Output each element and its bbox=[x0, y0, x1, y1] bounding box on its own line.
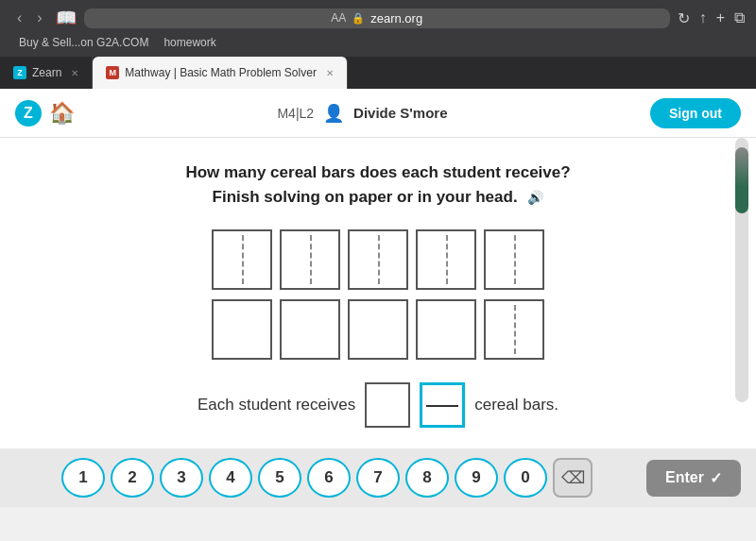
cereal-bar-bottom-2 bbox=[280, 299, 340, 360]
cereal-bar-top-1 bbox=[212, 229, 272, 290]
lesson-code: M4|L2 bbox=[277, 106, 314, 121]
enter-button[interactable]: Enter ✓ bbox=[646, 460, 741, 497]
cereal-bar-top-4 bbox=[416, 229, 476, 290]
bookmark-g2a[interactable]: Buy & Sell...on G2A.COM bbox=[19, 36, 148, 49]
answer-row: Each student receives cereal bars. bbox=[198, 382, 558, 428]
tab-zearn[interactable]: Z Zearn ✕ bbox=[0, 57, 93, 89]
answer-box-whole[interactable] bbox=[365, 382, 410, 428]
num-btn-6[interactable]: 6 bbox=[307, 458, 351, 498]
app-header: Z 🏠 M4|L2 👤 Divide S'more Sign out bbox=[0, 89, 756, 138]
number-pad: 1 2 3 4 5 6 7 8 9 0 ⌫ Enter ✓ bbox=[0, 448, 756, 507]
bars-container bbox=[212, 229, 544, 360]
question-line2: Finish solving on paper or in your head.… bbox=[185, 185, 570, 210]
enter-check-icon: ✓ bbox=[710, 469, 722, 487]
scrollbar-thumb[interactable] bbox=[735, 147, 748, 213]
person-icon: 👤 bbox=[323, 103, 344, 124]
answer-prefix: Each student receives bbox=[198, 396, 355, 414]
backspace-button[interactable]: ⌫ bbox=[553, 458, 593, 498]
address-bar[interactable]: AA 🔒 zearn.org bbox=[84, 8, 670, 28]
zearn-logo: Z 🏠 bbox=[15, 100, 75, 127]
num-btn-2[interactable]: 2 bbox=[111, 458, 154, 498]
lock-icon: 🔒 bbox=[352, 12, 365, 25]
answer-box-fraction[interactable] bbox=[420, 382, 465, 428]
tabs-bar: Z Zearn ✕ M Mathway | Basic Math Problem… bbox=[0, 57, 756, 89]
num-buttons-container: 1 2 3 4 5 6 7 8 9 0 ⌫ bbox=[15, 458, 639, 498]
reload-button[interactable]: ↻ bbox=[678, 9, 690, 27]
cereal-bar-top-2 bbox=[280, 229, 340, 290]
num-btn-9[interactable]: 9 bbox=[455, 458, 498, 498]
tab-mathway-label: Mathway | Basic Math Problem Solver bbox=[125, 66, 317, 79]
zearn-favicon: Z bbox=[13, 66, 26, 79]
bottom-bar-row bbox=[212, 299, 544, 360]
cereal-bar-top-5 bbox=[484, 229, 544, 290]
sign-out-button[interactable]: Sign out bbox=[650, 98, 741, 128]
cereal-bar-top-3 bbox=[348, 229, 408, 290]
bookmarks-icon[interactable]: 📖 bbox=[56, 8, 77, 28]
browser-chrome: ‹ › 📖 AA 🔒 zearn.org ↻ ↑ + ⧉ Buy & Sell.… bbox=[0, 0, 756, 57]
address-aa: AA bbox=[331, 11, 346, 25]
enter-label: Enter bbox=[665, 469, 704, 486]
cereal-bar-bottom-5 bbox=[484, 299, 544, 360]
num-btn-0[interactable]: 0 bbox=[504, 458, 547, 498]
tab-mathway-close[interactable]: ✕ bbox=[326, 68, 334, 78]
cereal-bar-bottom-1 bbox=[212, 299, 272, 360]
num-btn-8[interactable]: 8 bbox=[405, 458, 449, 498]
num-btn-5[interactable]: 5 bbox=[258, 458, 301, 498]
lesson-title: Divide S'more bbox=[353, 105, 447, 121]
mathway-favicon: M bbox=[106, 66, 119, 79]
header-center: M4|L2 👤 Divide S'more bbox=[75, 103, 650, 124]
tab-zearn-close[interactable]: ✕ bbox=[71, 68, 78, 78]
tabs-button[interactable]: ⧉ bbox=[734, 9, 745, 26]
main-content: How many cereal bars does each student r… bbox=[0, 138, 756, 448]
bookmark-homework[interactable]: homework bbox=[163, 36, 215, 49]
cereal-bar-bottom-3 bbox=[348, 299, 408, 360]
back-button[interactable]: ‹ bbox=[11, 8, 27, 28]
top-bar-row bbox=[212, 229, 544, 290]
share-button[interactable]: ↑ bbox=[699, 9, 707, 26]
num-btn-7[interactable]: 7 bbox=[356, 458, 400, 498]
tab-mathway[interactable]: M Mathway | Basic Math Problem Solver ✕ bbox=[93, 57, 348, 89]
question-text: How many cereal bars does each student r… bbox=[185, 161, 570, 209]
tab-zearn-label: Zearn bbox=[32, 66, 61, 79]
num-btn-4[interactable]: 4 bbox=[209, 458, 252, 498]
home-icon[interactable]: 🏠 bbox=[49, 101, 75, 126]
cereal-bar-bottom-4 bbox=[416, 299, 476, 360]
logo-z-circle: Z bbox=[15, 100, 42, 127]
num-btn-1[interactable]: 1 bbox=[61, 458, 105, 498]
question-line1: How many cereal bars does each student r… bbox=[185, 161, 570, 185]
forward-button[interactable]: › bbox=[31, 8, 47, 28]
sound-icon[interactable]: 🔊 bbox=[527, 188, 543, 208]
add-tab-button[interactable]: + bbox=[716, 9, 725, 26]
address-text: zearn.org bbox=[370, 11, 422, 25]
answer-suffix: cereal bars. bbox=[474, 396, 558, 414]
num-btn-3[interactable]: 3 bbox=[160, 458, 203, 498]
